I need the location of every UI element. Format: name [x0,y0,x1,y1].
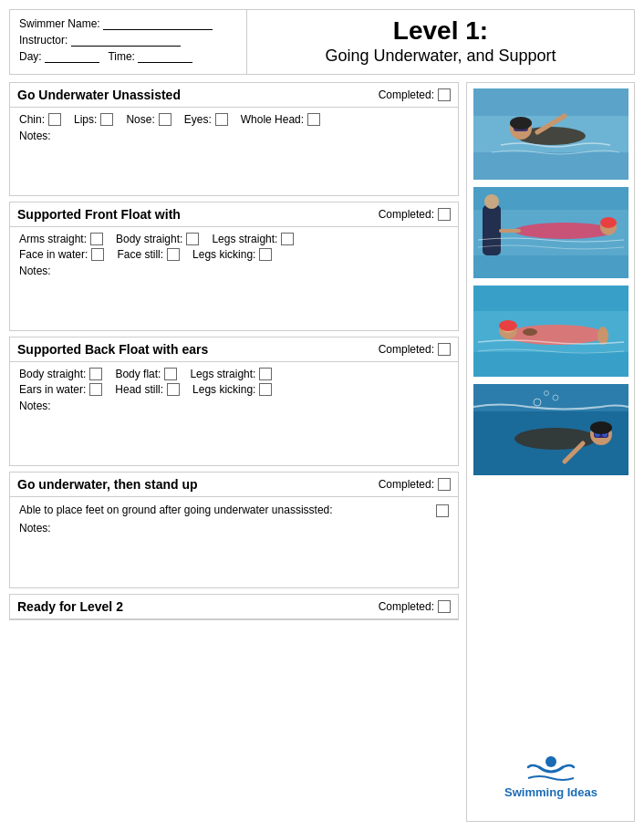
body-straight-checkbox[interactable] [186,233,199,245]
section-back-float-body: Body straight: Body flat: Legs straight: [10,362,458,465]
svg-point-13 [600,217,617,228]
swimming-ideas-logo: Swimming Ideas [492,751,610,805]
swimmer-name-label: Swimmer Name: [19,17,100,30]
section-back-float-title: Supported Back Float with ears [17,342,208,357]
section-back-float-header: Supported Back Float with ears Completed… [10,338,458,362]
svg-point-17 [505,325,606,345]
section-go-underwater-header: Go Underwater Unassisted Completed: [10,83,458,108]
time-label: Time: [108,50,135,63]
body-straight-back-checkbox[interactable] [89,368,102,380]
nose-checkbox[interactable] [159,113,171,126]
completed-checkbox-3[interactable] [438,343,451,356]
swimmer-name-input[interactable] [103,17,213,30]
completed-checkbox-1[interactable] [438,88,451,101]
notes-area-1[interactable] [19,142,449,188]
completed-label-4: Completed: [379,478,434,491]
legs-straight-item: Legs straight: [212,233,294,245]
legs-kicking-front-checkbox[interactable] [259,248,272,261]
ready-section-header: Ready for Level 2 Completed: [10,595,458,619]
legs-straight-back-item: Legs straight: [190,368,272,380]
svg-point-22 [523,328,537,336]
eyes-item: Eyes: [184,113,228,126]
section-go-stand-title: Go underwater, then stand up [17,477,198,492]
main-content: Go Underwater Unassisted Completed: Chin… [9,82,635,822]
head-still-label: Head still: [115,383,163,396]
svg-point-33 [590,421,612,434]
legs-kicking-back-label: Legs kicking: [192,383,255,396]
body-straight-back-label: Body straight: [19,368,86,380]
legs-straight-checkbox[interactable] [281,233,294,245]
svg-rect-9 [483,205,501,255]
lips-checkbox[interactable] [100,113,113,126]
eyes-label: Eyes: [184,113,212,126]
day-input[interactable] [45,50,99,63]
svg-point-10 [484,194,499,209]
header-title: Level 1: Going Underwater, and Support [247,12,634,72]
svg-point-21 [597,327,608,345]
instructor-field: Instructor: [19,34,237,47]
head-still-checkbox[interactable] [167,383,180,396]
swimmer-name-field: Swimmer Name: [19,17,237,30]
notes-label-3: Notes: [19,400,449,412]
criteria-row-chin: Chin: Lips: Nose: Eyes: [19,113,449,126]
face-still-checkbox[interactable] [167,248,180,261]
section-go-underwater-body: Chin: Lips: Nose: Eyes: [10,108,458,195]
completed-label-1: Completed: [379,88,434,101]
arms-straight-checkbox[interactable] [90,233,103,245]
whole-head-checkbox[interactable] [307,113,320,126]
completed-checkbox-2[interactable] [438,208,451,221]
legs-straight-back-label: Legs straight: [190,368,255,380]
svg-point-20 [499,320,517,331]
nose-label: Nose: [126,113,154,126]
section-go-stand: Go underwater, then stand up Completed: … [9,472,459,588]
arms-straight-item: Arms straight: [19,233,103,245]
time-input[interactable] [138,50,192,63]
ears-water-checkbox[interactable] [89,383,102,396]
body-straight-label: Body straight: [116,233,182,245]
completed-checkbox-ready[interactable] [438,600,451,613]
criteria-row-stand: Able to place feet on ground after going… [19,503,449,518]
section-front-float-header: Supported Front Float with Completed: [10,203,458,227]
head-still-item: Head still: [115,383,180,396]
logo-area: Swimming Ideas [492,743,610,815]
completed-checkbox-4[interactable] [438,478,451,491]
ears-in-label: Ears in water: [19,383,86,396]
notes-label-4: Notes: [19,522,449,535]
body-flat-label: Body flat: [115,368,161,380]
eyes-checkbox[interactable] [215,113,228,126]
ready-section: Ready for Level 2 Completed: [9,594,459,620]
notes-area-2[interactable] [19,277,449,323]
page: Swimmer Name: Instructor: Day: Time: Lev… [0,0,644,831]
whole-head-item: Whole Head: [241,113,320,126]
body-straight-item: Body straight: [116,233,199,245]
completed-area-1: Completed: [379,88,451,101]
header: Swimmer Name: Instructor: Day: Time: Lev… [9,9,635,75]
section-go-stand-body: Able to place feet on ground after going… [10,497,458,587]
ready-title: Ready for Level 2 [17,599,123,614]
face-water-checkbox[interactable] [91,248,104,261]
whole-head-label: Whole Head: [241,113,304,126]
completed-area-3: Completed: [379,343,451,356]
header-info: Swimmer Name: Instructor: Day: Time: [10,10,247,74]
instructor-input[interactable] [71,34,181,47]
legs-kicking-back-checkbox[interactable] [259,383,272,396]
photo-3 [473,286,628,377]
chin-item: Chin: [19,113,61,126]
section-back-float: Supported Back Float with ears Completed… [9,337,459,466]
notes-area-4[interactable] [19,535,449,580]
completed-area-ready: Completed: [379,600,451,613]
svg-text:Swimming Ideas: Swimming Ideas [504,785,597,799]
body-flat-checkbox[interactable] [164,368,177,380]
svg-point-28 [514,428,597,450]
stand-description: Able to place feet on ground after going… [19,503,427,518]
chin-checkbox[interactable] [48,113,61,126]
section-front-float-title: Supported Front Float with [17,207,181,222]
completed-area-2: Completed: [379,208,451,221]
day-label: Day: [19,50,42,63]
day-time-field: Day: Time: [19,50,237,63]
ears-water-item: Ears in water: [19,383,102,396]
notes-area-3[interactable] [19,412,449,458]
stand-checkbox[interactable] [436,504,449,517]
criteria-row-ears: Ears in water: Head still: Legs kicking: [19,383,449,396]
legs-straight-back-checkbox[interactable] [259,368,272,380]
